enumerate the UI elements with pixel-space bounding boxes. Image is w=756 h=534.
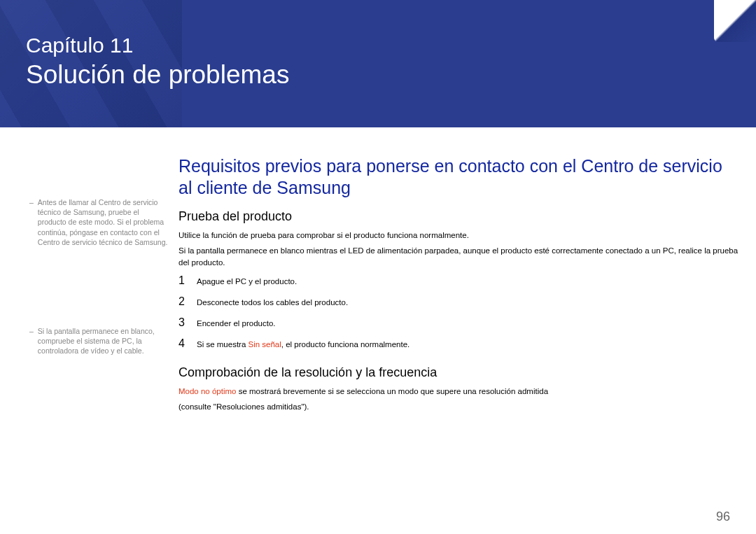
section-resolution: Comprobación de la resolución y la frecu… — [178, 365, 738, 413]
step-text: Desconecte todos los cables del producto… — [197, 298, 348, 307]
margin-note-1: – Antes de llamar al Centro de servicio … — [29, 197, 169, 247]
dash-icon: – — [29, 197, 34, 207]
step-suffix: , el producto funciona normalmente. — [281, 340, 410, 349]
paragraph: Modo no óptimo se mostrará brevemente si… — [178, 386, 738, 398]
page-content: – Antes de llamar al Centro de servicio … — [0, 127, 756, 417]
margin-note-2: – Si la pantalla permanece en blanco, co… — [29, 326, 169, 356]
step-prefix: Si se muestra — [197, 340, 248, 349]
step-text: Encender el producto. — [197, 319, 276, 328]
step-item: 1 Apague el PC y el producto. — [178, 274, 738, 287]
chapter-label: Capítulo 11 — [26, 34, 133, 57]
step-number: 4 — [178, 337, 197, 350]
page-number: 96 — [716, 510, 730, 524]
step-text: Apague el PC y el producto. — [197, 277, 297, 286]
paragraph-rest: se mostrará brevemente si se selecciona … — [236, 387, 548, 395]
main-column: Requisitos previos para ponerse en conta… — [178, 155, 738, 413]
step-text: Si se muestra Sin señal, el producto fun… — [197, 340, 410, 349]
subheading-product-test: Prueba del producto — [178, 209, 738, 224]
dash-icon: – — [29, 326, 34, 336]
step-red-text: Sin señal — [248, 340, 281, 349]
step-number: 3 — [178, 316, 197, 329]
chapter-banner: Capítulo 11 Solución de problemas — [0, 0, 756, 127]
paragraph: Si la pantalla permanece en blanco mient… — [178, 245, 738, 268]
margin-note-1-text: Antes de llamar al Centro de servicio té… — [38, 197, 169, 247]
steps-list: 1 Apague el PC y el producto. 2 Desconec… — [178, 274, 738, 350]
subheading-resolution: Comprobación de la resolución y la frecu… — [178, 365, 738, 380]
section-heading: Requisitos previos para ponerse en conta… — [178, 155, 738, 199]
step-item: 4 Si se muestra Sin señal, el producto f… — [178, 337, 738, 350]
step-number: 1 — [178, 274, 197, 287]
paragraph: (consulte "Resoluciones admitidas"). — [178, 401, 738, 413]
paragraph: Utilice la función de prueba para compro… — [178, 230, 738, 241]
step-item: 3 Encender el producto. — [178, 316, 738, 329]
step-item: 2 Desconecte todos los cables del produc… — [178, 295, 738, 308]
red-term: Modo no óptimo — [178, 387, 236, 395]
step-number: 2 — [178, 295, 197, 308]
margin-note-2-text: Si la pantalla permanece en blanco, comp… — [38, 326, 169, 356]
chapter-title: Solución de problemas — [26, 60, 289, 90]
